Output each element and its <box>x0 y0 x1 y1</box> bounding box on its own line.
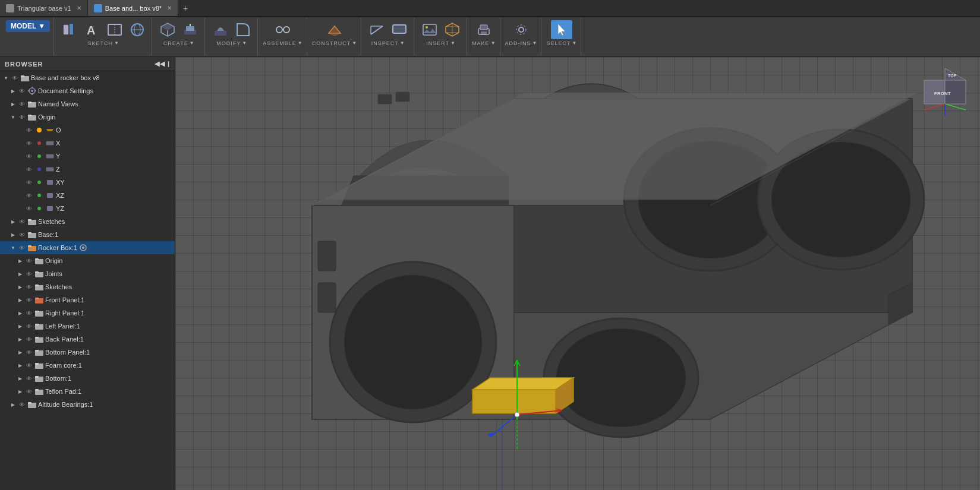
rb-joints-eye[interactable]: 👁 <box>25 270 33 278</box>
tree-doc-settings[interactable]: ▶ 👁 Document Settings <box>0 84 175 97</box>
inspect-measure-button[interactable] <box>366 20 387 39</box>
yz-eye[interactable]: 👁 <box>25 204 33 213</box>
rb-front-expand[interactable]: ▶ <box>17 296 24 304</box>
tree-origin-yz[interactable]: 👁 YZ <box>0 202 175 215</box>
viewport[interactable]: FRONT TOP <box>175 57 980 490</box>
rb-origin-expand[interactable]: ▶ <box>17 257 24 264</box>
named-views-eye[interactable]: 👁 <box>18 100 26 108</box>
z-eye[interactable]: 👁 <box>25 165 33 173</box>
rb-bottomp-eye[interactable]: 👁 <box>25 374 33 382</box>
origin-eye[interactable]: 👁 <box>18 113 26 121</box>
x-eye[interactable]: 👁 <box>25 139 33 147</box>
make-print-button[interactable] <box>473 20 494 39</box>
svg-rect-12 <box>186 26 194 31</box>
tree-rocker-box[interactable]: ▼ 👁 Rocker Box:1 <box>0 241 175 254</box>
tree-origin[interactable]: ▼ 👁 Origin <box>0 110 175 124</box>
modify-pull-button[interactable] <box>210 20 231 39</box>
model-mode-button[interactable]: MODEL ▼ <box>6 20 50 32</box>
origin-expand[interactable]: ▼ <box>10 113 17 121</box>
assemble-joint-button[interactable] <box>272 20 294 39</box>
rb-joints-expand[interactable]: ▶ <box>17 270 24 277</box>
tree-origin-xy[interactable]: 👁 XY <box>0 176 175 189</box>
tree-rb-bottom-panel[interactable]: ▶ 👁 Bottom Panel:1 <box>0 346 175 359</box>
rb-foam-expand[interactable]: ▶ <box>17 362 24 369</box>
tree-rb-sketches[interactable]: ▶ 👁 Sketches <box>0 280 175 293</box>
rb-left-eye[interactable]: 👁 <box>25 322 33 330</box>
insert-img-button[interactable] <box>419 20 440 39</box>
sketch-rect-button[interactable] <box>104 20 125 39</box>
tree-root-item[interactable]: ▼ 👁 Base and rocker box v8 <box>0 71 175 84</box>
tab-close-1[interactable]: ✕ <box>77 5 81 11</box>
inspect-display-button[interactable] <box>389 20 410 39</box>
select-cursor-button[interactable] <box>551 20 572 39</box>
rb-bottomp-expand[interactable]: ▶ <box>17 375 24 382</box>
rb-left-expand[interactable]: ▶ <box>17 323 24 330</box>
root-expand-arrow[interactable]: ▼ <box>2 74 10 81</box>
sketch-text-button[interactable]: A <box>81 20 103 39</box>
create-extrude-button[interactable] <box>179 20 201 39</box>
tab-base-rocker[interactable]: Base and... box v8* ✕ <box>88 0 178 16</box>
tree-rb-bottomp[interactable]: ▶ 👁 Bottom:1 <box>0 372 175 385</box>
doc-settings-eye[interactable]: 👁 <box>18 87 26 95</box>
rb-foam-eye[interactable]: 👁 <box>25 361 33 369</box>
tree-origin-z[interactable]: 👁 Z <box>0 163 175 176</box>
rb-origin-eye[interactable]: 👁 <box>25 257 33 265</box>
rb-teflon-eye[interactable]: 👁 <box>25 387 33 396</box>
o-eye[interactable]: 👁 <box>25 126 33 134</box>
rb-sketches-expand[interactable]: ▶ <box>17 283 24 290</box>
sketch-create-button[interactable] <box>59 20 80 39</box>
doc-settings-expand[interactable]: ▶ <box>10 87 17 94</box>
tab-triangular-base[interactable]: Triangular base v1 ✕ <box>0 0 88 16</box>
rb-altitude-eye[interactable]: 👁 <box>18 400 26 409</box>
create-box-button[interactable] <box>157 20 178 39</box>
named-views-expand[interactable]: ▶ <box>10 100 17 108</box>
tree-rb-front[interactable]: ▶ 👁 Front Panel:1 <box>0 293 175 306</box>
tree-rb-right[interactable]: ▶ 👁 Right Panel:1 <box>0 306 175 320</box>
rb-bottom-panel-expand[interactable]: ▶ <box>17 349 24 356</box>
sketch-globe-button[interactable] <box>127 20 148 39</box>
sketches-expand[interactable]: ▶ <box>10 218 17 225</box>
rb-sketches-eye[interactable]: 👁 <box>25 283 33 291</box>
rb-right-expand[interactable]: ▶ <box>17 309 24 317</box>
tree-rb-origin[interactable]: ▶ 👁 Origin <box>0 254 175 267</box>
tree-rb-altitude[interactable]: ▶ 👁 Altitude Bearings:1 <box>0 398 175 411</box>
xy-eye[interactable]: 👁 <box>25 178 33 186</box>
sketches-eye[interactable]: 👁 <box>18 217 26 226</box>
rb-back-eye[interactable]: 👁 <box>25 335 33 343</box>
root-visibility-icon[interactable]: 👁 <box>11 74 19 82</box>
modify-fillet-button[interactable] <box>232 20 254 39</box>
tree-named-views[interactable]: ▶ 👁 Named Views <box>0 97 175 110</box>
tree-base1[interactable]: ▶ 👁 Base:1 <box>0 228 175 241</box>
rb-back-expand[interactable]: ▶ <box>17 336 24 343</box>
rocker-box-expand[interactable]: ▼ <box>10 244 17 251</box>
tree-rb-joints[interactable]: ▶ 👁 Joints <box>0 267 175 280</box>
tree-origin-y[interactable]: 👁 Y <box>0 150 175 163</box>
tree-origin-o[interactable]: 👁 O <box>0 124 175 137</box>
rb-altitude-expand[interactable]: ▶ <box>10 401 17 408</box>
base1-eye[interactable]: 👁 <box>18 230 26 239</box>
add-tab-button[interactable]: + <box>178 0 193 16</box>
rocker-box-eye[interactable]: 👁 <box>18 244 26 252</box>
tree-rb-left[interactable]: ▶ 👁 Left Panel:1 <box>0 320 175 333</box>
tree-rb-back[interactable]: ▶ 👁 Back Panel:1 <box>0 333 175 346</box>
rb-right-eye[interactable]: 👁 <box>25 309 33 317</box>
construct-plane-button[interactable] <box>324 20 345 39</box>
rb-bottom-panel-eye[interactable]: 👁 <box>25 348 33 356</box>
xz-eye[interactable]: 👁 <box>25 191 33 200</box>
base1-expand[interactable]: ▶ <box>10 231 17 238</box>
tree-rb-teflon[interactable]: ▶ 👁 Teflon Pad:1 <box>0 385 175 398</box>
rb-teflon-expand[interactable]: ▶ <box>17 388 24 395</box>
rb-front-eye[interactable]: 👁 <box>25 296 33 304</box>
tree-sketches[interactable]: ▶ 👁 Sketches <box>0 215 175 228</box>
browser-pin-button[interactable]: | <box>168 60 170 68</box>
rb-origin-icon <box>34 256 44 265</box>
browser-collapse-button[interactable]: ◀◀ <box>155 60 165 68</box>
y-eye[interactable]: 👁 <box>25 152 33 160</box>
addins-gear-button[interactable] <box>511 20 532 39</box>
tree-rb-foam[interactable]: ▶ 👁 Foam core:1 <box>0 359 175 372</box>
tab-close-2[interactable]: ✕ <box>167 5 172 11</box>
tree-origin-x[interactable]: 👁 X <box>0 137 175 150</box>
insert-mesh-button[interactable] <box>442 20 463 39</box>
nav-cube[interactable]: FRONT TOP <box>918 65 972 119</box>
tree-origin-xz[interactable]: 👁 XZ <box>0 189 175 202</box>
